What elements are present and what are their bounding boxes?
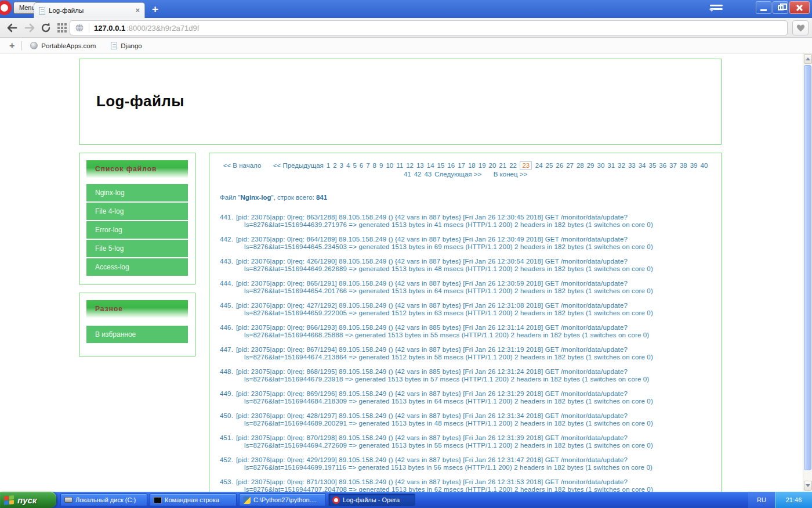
page-link[interactable]: 24	[535, 162, 543, 169]
page-link[interactable]: 18	[468, 162, 476, 169]
tab-log-files[interactable]: Log-файлы ×	[34, 2, 145, 18]
scroll-thumb[interactable]	[804, 65, 811, 470]
page-link[interactable]: 7	[366, 162, 369, 169]
page-link[interactable]: 38	[680, 162, 687, 169]
address-bar[interactable]: 127.0.0.1:8000/23&h9r2a71d9f	[70, 20, 788, 35]
page-link[interactable]: 3	[340, 162, 343, 169]
log-entry-link[interactable]: 451.[pid: 23075|app: 0|req: 870/1298] 89…	[209, 434, 722, 449]
sidebar-item[interactable]: Nginx-log	[86, 184, 188, 201]
heart-icon	[796, 24, 805, 32]
new-tab-button[interactable]: +	[152, 3, 158, 16]
page-link[interactable]: 41	[404, 171, 411, 178]
disk-icon	[64, 497, 72, 503]
bookmark-item-django[interactable]: Django	[111, 42, 142, 49]
page-link[interactable]: 30	[597, 162, 605, 169]
page-link[interactable]: 8	[373, 162, 376, 169]
page-link[interactable]: 11	[396, 162, 403, 169]
page-link[interactable]: 29	[587, 162, 594, 169]
scroll-down-button[interactable]	[804, 481, 812, 491]
page-link[interactable]: 34	[639, 162, 646, 169]
task-button[interactable]: Локальный диск (C:)	[60, 493, 147, 506]
first-page-link[interactable]: << В начало	[223, 162, 262, 169]
page-link[interactable]: 39	[690, 162, 698, 169]
scroll-up-button[interactable]	[804, 54, 812, 64]
page-link[interactable]: 15	[437, 162, 445, 169]
log-entry-link[interactable]: 450.[pid: 23076|app: 0|req: 428/1297] 89…	[209, 412, 722, 427]
log-entry-number: 450.	[220, 412, 233, 419]
page-link[interactable]: 32	[618, 162, 625, 169]
sidebar-item[interactable]: File 4-log	[86, 203, 188, 220]
task-button[interactable]: Командная строка	[150, 493, 237, 506]
page-link[interactable]: 5	[353, 162, 356, 169]
log-entry-link[interactable]: 449.[pid: 23075|app: 0|req: 869/1296] 89…	[209, 390, 722, 405]
bookmark-heart-button[interactable]	[792, 20, 809, 35]
language-indicator[interactable]: RU	[748, 492, 775, 508]
page-link[interactable]: 37	[669, 162, 677, 169]
log-entry-link[interactable]: 443.[pid: 23076|app: 0|req: 426/1290] 89…	[209, 258, 722, 273]
close-window-button[interactable]	[789, 1, 810, 14]
prev-page-link[interactable]: << Предыдущая	[273, 162, 324, 169]
clock[interactable]: 21:46	[775, 492, 812, 508]
bookmark-item-portableapps[interactable]: PortableApps.com	[30, 42, 96, 49]
next-page-link[interactable]: Следующая >>	[434, 171, 481, 178]
file-info-prefix: Файл "	[220, 194, 241, 201]
page-link[interactable]: 19	[478, 162, 486, 169]
speed-dial-icon[interactable]	[56, 21, 68, 34]
sidebar-item[interactable]: File 5-log	[86, 240, 188, 257]
page-link[interactable]: 6	[360, 162, 363, 169]
page-title: Log-файлы	[96, 92, 721, 110]
forward-button[interactable]	[23, 21, 36, 34]
log-entry-number: 442.	[220, 236, 233, 243]
page-link[interactable]: 14	[427, 162, 434, 169]
sidebar-item[interactable]: В избранное	[86, 326, 188, 343]
reload-button[interactable]	[39, 21, 52, 34]
start-button[interactable]: пуск	[0, 492, 56, 508]
sidebar-item[interactable]: Error-log	[86, 221, 188, 239]
page-link[interactable]: 43	[424, 171, 432, 178]
page-link[interactable]: 25	[546, 162, 553, 169]
scrollbar[interactable]	[803, 53, 812, 492]
page-link[interactable]: 40	[700, 162, 708, 169]
page-link[interactable]: 42	[414, 171, 422, 178]
minimize-button[interactable]	[756, 1, 771, 14]
log-entry-link[interactable]: 441.[pid: 23075|app: 0|req: 863/1288] 89…	[209, 214, 722, 229]
page-link[interactable]: 10	[386, 162, 393, 169]
log-entry-line2: ls=8276&lat=1516944654.201766 => generat…	[244, 287, 722, 295]
page-link[interactable]: 12	[406, 162, 414, 169]
page-link[interactable]: 21	[499, 162, 506, 169]
page-link[interactable]: 1	[327, 162, 330, 169]
task-button[interactable]: C:\Python27\python....	[239, 493, 326, 506]
log-entry-link[interactable]: 452.[pid: 23076|app: 0|req: 429/1299] 89…	[209, 456, 722, 471]
log-entry-link[interactable]: 445.[pid: 23076|app: 0|req: 427/1292] 89…	[209, 302, 722, 317]
log-entry-link[interactable]: 448.[pid: 23075|app: 0|req: 868/1295] 89…	[209, 368, 722, 383]
page-link[interactable]: 35	[649, 162, 657, 169]
page-link[interactable]: 31	[607, 162, 615, 169]
sidebar-item-label: File 5-log	[95, 244, 124, 253]
back-button[interactable]	[6, 21, 19, 34]
page-link[interactable]: 17	[458, 162, 465, 169]
page-link[interactable]: 13	[416, 162, 424, 169]
page-link[interactable]: 26	[556, 162, 563, 169]
log-entry-link[interactable]: 453.[pid: 23075|app: 0|req: 871/1300] 89…	[209, 478, 722, 492]
page-link[interactable]: 9	[379, 162, 383, 169]
log-entry-link[interactable]: 444.[pid: 23075|app: 0|req: 865/1291] 89…	[209, 280, 722, 295]
add-bookmark-button[interactable]: +	[9, 41, 14, 51]
page-link[interactable]: 2	[333, 162, 336, 169]
log-entry-link[interactable]: 447.[pid: 23075|app: 0|req: 867/1294] 89…	[209, 346, 722, 361]
page-link[interactable]: 16	[447, 162, 455, 169]
page-link[interactable]: 22	[509, 162, 517, 169]
task-button[interactable]: Log-файлы - Opera	[328, 493, 415, 506]
sidebar-item[interactable]: Access-log	[86, 258, 188, 276]
log-entry-link[interactable]: 442.[pid: 23075|app: 0|req: 864/1289] 89…	[209, 236, 722, 251]
page-link[interactable]: 27	[566, 162, 574, 169]
restore-button[interactable]	[773, 1, 788, 14]
page-link[interactable]: 20	[489, 162, 496, 169]
close-icon[interactable]: ×	[135, 7, 140, 14]
page-link[interactable]: 36	[659, 162, 666, 169]
page-link[interactable]: 33	[628, 162, 636, 169]
page-link[interactable]: 4	[346, 162, 350, 169]
last-page-link[interactable]: В конец >>	[494, 171, 527, 178]
log-entry-link[interactable]: 446.[pid: 23075|app: 0|req: 866/1293] 89…	[209, 324, 722, 339]
log-entry: 446.[pid: 23075|app: 0|req: 866/1293] 89…	[209, 324, 722, 339]
page-link[interactable]: 28	[577, 162, 584, 169]
